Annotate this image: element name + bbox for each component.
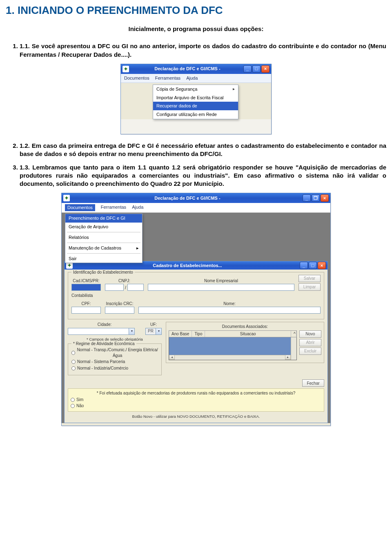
uf-input[interactable]: PR [145,328,156,335]
cnpj-input-1[interactable] [105,284,124,291]
ferramentas-dropdown: Cópia de Segurança ▸ Importar Arquivo de… [153,85,238,119]
abrir-button[interactable]: Abrir [299,339,321,346]
maximize-icon[interactable]: □ [309,262,317,269]
radio-regime-3[interactable]: Normal - Indústria/Comércio [71,366,158,371]
col-tipo[interactable]: Tipo [192,331,205,337]
label-nome-empresarial: Nome Empresarial [148,278,294,284]
vertical-scrollbar[interactable] [291,337,296,360]
menu-item-sair[interactable]: Sair [65,254,142,263]
label-uf: UF: [145,322,162,328]
documentos-dropdown: Preenchimento de DFC e GI Geração de Arq… [65,214,143,263]
group-legend: Identificação do Estabelecimento [71,270,135,275]
menu-ferramentas[interactable]: Ferramentas [101,204,126,211]
cidade-input[interactable] [68,328,129,335]
label-cadicms: Cad.ICMS/PR: [71,278,101,284]
group-regime-legend: * Regime de Atividade Econômica [71,341,136,347]
menu-item-recuperar-dados[interactable]: Recuperar dados de [153,102,238,110]
question-text: * Foi efetuada aquisição de mercadorias … [71,390,321,396]
item-1-text: Se você apresentou a DFC ou GI no ano an… [20,42,386,58]
chevron-right-icon: ▸ [233,86,235,92]
group-identificacao: Identificação do Estabelecimento Cad.ICM… [68,272,324,319]
window-caption: Declaração de DFC e GI/ICMS - [131,66,243,72]
radio-label: Não [76,403,84,409]
excluir-button[interactable]: Excluir [299,348,321,355]
salvar-button[interactable]: Salvar [298,275,321,282]
close-icon[interactable]: × [261,65,270,73]
col-ano-base[interactable]: Ano Base [169,331,192,337]
radio-sim[interactable]: Sim [71,397,321,403]
label-cidade: Cidade: [68,322,141,328]
close-icon[interactable]: × [318,262,326,269]
menu-item-importar[interactable]: Importar Arquivo de Escrita Fiscal [153,94,238,102]
minimize-icon[interactable]: _ [243,65,252,73]
novo-button[interactable]: Novo [299,330,321,338]
app-icon: ✦ [63,195,70,201]
menu-item-label: Configurar utilização em Rede [156,111,217,118]
fechar-button[interactable]: Fechar [302,379,324,387]
chevron-down-icon[interactable]: ▾ [129,328,135,335]
cpf-input[interactable] [71,307,101,314]
group-regime: * Regime de Atividade Econômica Normal -… [68,343,162,375]
chevron-down-icon[interactable]: ▾ [156,328,162,335]
menu-documentos[interactable]: Documentos [65,204,95,211]
page-title: 1. INICIANDO O PREENCHIMENTO DA DFC [6,3,386,18]
cadicms-input[interactable] [71,284,101,291]
menu-item-label: Manutenção de Cadastros [69,245,121,251]
menu-item-manutencao[interactable]: Manutenção de Cadastros▸ [65,244,142,252]
limpar-button[interactable]: Limpar [298,283,321,291]
menu-item-label: Recuperar dados de [156,103,197,109]
scroll-right-icon[interactable]: ▸ [285,355,291,360]
label-cpf: CPF: [71,301,101,307]
crc-input[interactable] [105,307,134,314]
documentos-associados: Documentos Associados: Ano Base Tipo Sit… [166,322,324,363]
menu-item-copia-seguranca[interactable]: Cópia de Segurança ▸ [153,85,238,94]
radio-nao[interactable]: Não [71,403,321,409]
scroll-left-icon[interactable]: ◂ [169,355,175,360]
docs-label: Documentos Associados: [169,324,321,330]
menu-item-relatorios[interactable]: Relatórios [65,233,142,242]
menu-ajuda[interactable]: Ajuda [186,75,198,81]
menu-item-configurar-rede[interactable]: Configurar utilização em Rede [153,110,238,119]
menubar: Documentos Ferramentas Ajuda [121,74,271,83]
radio-label: Normal - Transp./Comunic./ Energia Elétr… [77,347,158,358]
nome-input[interactable] [138,307,321,314]
titlebar: ✦ Declaração de DFC e GI/ICMS - _ □ × [121,64,271,74]
cnpj-input-2[interactable] [127,284,144,291]
radio-regime-1[interactable]: Normal - Transp./Comunic./ Energia Elétr… [71,347,158,358]
cadastro-window: ✦ Cadastro de Estabelecimentos... _ □ × … [64,261,328,423]
window-caption: Declaração de DFC e GI/ICMS - [72,195,303,201]
screenshot-1-window: ✦ Declaração de DFC e GI/ICMS - _ □ × Do… [120,64,272,134]
menu-item-geracao[interactable]: Geração de Arquivo [65,223,142,231]
horizontal-scrollbar[interactable] [169,355,291,360]
label-crc: Inscrição CRC: [105,301,134,307]
label-nome: Nome: [138,301,321,307]
menu-item-label: Preenchimento de DFC e GI [69,215,125,221]
list-item-2: 1.2. Em caso da primeira entrega de DFC … [20,142,386,158]
screenshot-2-window: ✦ Declaração de DFC e GI/ICMS - _ ❐ × Do… [61,193,331,426]
question-box: * Foi efetuada aquisição de mercadorias … [68,388,324,412]
menu-ferramentas[interactable]: Ferramentas [155,75,180,81]
menu-documentos[interactable]: Documentos [124,75,149,81]
minimize-icon[interactable]: _ [300,262,308,269]
radio-label: Normal - Sistema Parceria [77,359,125,365]
app-icon: ✦ [66,262,73,269]
restore-icon[interactable]: ❐ [312,194,320,202]
close-icon[interactable]: × [321,194,329,202]
maximize-icon[interactable]: □ [252,65,261,73]
bottom-note: Botão Novo - utilizar para NOVO DOCUMENT… [68,414,324,419]
col-situacao[interactable]: Situacao [205,331,291,337]
menu-item-label: Sair [69,256,77,262]
item-2-text: Em caso da primeira entrega de DFC e GI … [20,142,386,157]
sort-icon[interactable]: ^ [291,331,296,337]
docs-list[interactable]: ◂ ▸ [169,337,297,360]
nome-empresarial-input[interactable] [148,284,294,291]
chevron-right-icon: ▸ [136,245,139,251]
radio-label: Sim [76,397,83,403]
label-cnpj: CNPJ: [105,278,144,284]
menu-ajuda[interactable]: Ajuda [132,204,143,211]
minimize-icon[interactable]: _ [303,194,311,202]
radio-regime-2[interactable]: Normal - Sistema Parceria [71,359,158,365]
radio-label: Normal - Indústria/Comércio [77,366,128,371]
menu-item-label: Relatórios [69,234,89,241]
menu-item-preenchimento[interactable]: Preenchimento de DFC e GI [65,214,142,223]
